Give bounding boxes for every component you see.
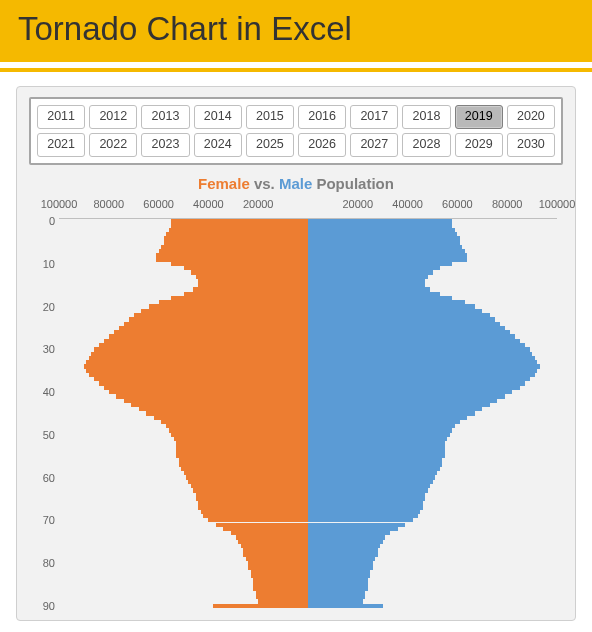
year-2022-button[interactable]: 2022 [89, 133, 137, 157]
x-tick-left-80000: 80000 [94, 198, 125, 210]
year-2011-button[interactable]: 2011 [37, 105, 85, 129]
y-tick-0: 0 [29, 215, 55, 227]
x-tick-right-40000: 40000 [392, 198, 423, 210]
year-2019-button[interactable]: 2019 [455, 105, 503, 129]
year-2016-button[interactable]: 2016 [298, 105, 346, 129]
year-2030-button[interactable]: 2030 [507, 133, 555, 157]
year-2018-button[interactable]: 2018 [402, 105, 450, 129]
year-2023-button[interactable]: 2023 [141, 133, 189, 157]
y-tick-70: 70 [29, 514, 55, 526]
year-2013-button[interactable]: 2013 [141, 105, 189, 129]
male-bar-age-90 [308, 604, 383, 608]
year-2026-button[interactable]: 2026 [298, 133, 346, 157]
y-tick-10: 10 [29, 258, 55, 270]
year-2014-button[interactable]: 2014 [194, 105, 242, 129]
year-2021-button[interactable]: 2021 [37, 133, 85, 157]
year-2015-button[interactable]: 2015 [246, 105, 294, 129]
year-slicer: 2011201220132014201520162017201820192020… [29, 97, 563, 165]
year-2024-button[interactable]: 2024 [194, 133, 242, 157]
year-2017-button[interactable]: 2017 [350, 105, 398, 129]
x-tick-left-40000: 40000 [193, 198, 224, 210]
age-row-90 [59, 604, 557, 608]
chart-area: 1000008000060000400002000020000400006000… [59, 198, 557, 608]
year-2028-button[interactable]: 2028 [402, 133, 450, 157]
year-2025-button[interactable]: 2025 [246, 133, 294, 157]
x-tick-left-100000: 100000 [41, 198, 78, 210]
page-header: Tornado Chart in Excel [0, 0, 592, 62]
y-tick-60: 60 [29, 472, 55, 484]
year-2012-button[interactable]: 2012 [89, 105, 137, 129]
chart-title-vs: vs. [250, 175, 279, 192]
x-tick-right-100000: 100000 [539, 198, 576, 210]
chart-title-suffix: Population [312, 175, 394, 192]
slicer-row-2: 2021202220232024202520262027202820292030 [37, 133, 555, 157]
y-tick-80: 80 [29, 557, 55, 569]
chart-panel: 2011201220132014201520162017201820192020… [16, 86, 576, 621]
y-tick-90: 90 [29, 600, 55, 612]
x-tick-left-20000: 20000 [243, 198, 274, 210]
x-tick-left-60000: 60000 [143, 198, 174, 210]
female-bar-age-90 [213, 604, 308, 608]
x-tick-right-60000: 60000 [442, 198, 473, 210]
slicer-row-1: 2011201220132014201520162017201820192020 [37, 105, 555, 129]
page-title: Tornado Chart in Excel [18, 10, 574, 48]
x-tick-right-80000: 80000 [492, 198, 523, 210]
y-tick-50: 50 [29, 429, 55, 441]
y-tick-40: 40 [29, 386, 55, 398]
header-rule [0, 68, 592, 72]
plot-area: 0102030405060708090 [59, 218, 557, 608]
y-tick-30: 30 [29, 343, 55, 355]
y-tick-20: 20 [29, 301, 55, 313]
chart-title: Female vs. Male Population [17, 175, 575, 192]
chart-title-male: Male [279, 175, 312, 192]
year-2027-button[interactable]: 2027 [350, 133, 398, 157]
x-tick-right-20000: 20000 [343, 198, 374, 210]
year-2029-button[interactable]: 2029 [455, 133, 503, 157]
x-axis: 1000008000060000400002000020000400006000… [59, 198, 557, 216]
year-2020-button[interactable]: 2020 [507, 105, 555, 129]
chart-title-female: Female [198, 175, 250, 192]
